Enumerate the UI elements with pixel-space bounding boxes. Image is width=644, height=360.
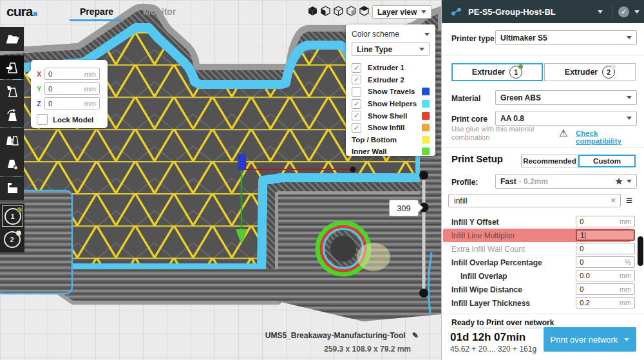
extruder-selector: 1 2: [0, 204, 24, 252]
chevron-down-icon[interactable]: [424, 33, 430, 36]
tab-extruder-2[interactable]: Extruder 2: [544, 63, 636, 81]
chevron-down-icon: [627, 180, 632, 183]
printer-header[interactable]: PE-S5-Group-Host-BL ✓: [442, 0, 644, 23]
clear-search-icon[interactable]: ✕: [611, 196, 616, 205]
tool-rotate-button[interactable]: [0, 104, 24, 128]
infill-overlap-input[interactable]: 0.0 mm: [576, 270, 635, 281]
z-position-row: Z 0 mm: [37, 96, 108, 111]
show-shell-checkbox[interactable]: ✓: [352, 111, 361, 120]
move-tool-icon: [5, 61, 19, 75]
setting-row: Infill Layer Thickness 0.2 mm: [442, 296, 635, 310]
chevron-down-icon: [624, 338, 629, 341]
layer-slider-bottom-handle[interactable]: [419, 289, 428, 298]
tool-mirror-button[interactable]: [0, 128, 24, 152]
color-scheme-title: Color scheme: [352, 30, 399, 39]
custom-mode-button[interactable]: Custom: [578, 155, 636, 167]
material-dot: [611, 64, 616, 69]
setting-row: Infill Wipe Distance 0 mm: [442, 283, 635, 296]
infill-layer-thickness-input[interactable]: 0.2 mm: [576, 297, 635, 308]
show-helpers-checkbox[interactable]: ✓: [352, 99, 361, 109]
extra-infill-wall-count-input[interactable]: 0: [576, 243, 635, 254]
view-mode-solid-icon[interactable]: [308, 6, 317, 16]
printer-name: PE-S5-Group-Host-BL: [468, 7, 556, 17]
color-scheme-panel: Color scheme Line Type ✓ Extruder 1 ✓ Ex…: [346, 24, 435, 156]
printer-select-chevron-icon[interactable]: [598, 10, 603, 14]
extruder1-checkbox[interactable]: ✓: [352, 63, 361, 73]
settings-sidebar: PE-S5-Group-Host-BL ✓ Printer type Ultim…: [441, 0, 644, 360]
shell-color-swatch: [422, 112, 430, 120]
print-core-select[interactable]: AA 0.8: [495, 111, 637, 126]
view-mode-layer-icon[interactable]: [334, 6, 343, 16]
y-axis-label: Y: [37, 85, 44, 93]
print-time-estimate: 01d 12h 07min: [450, 331, 526, 344]
tool-move-button[interactable]: [0, 55, 24, 79]
axis-marker-dot: [350, 167, 356, 173]
extruder-1-material-dot: [17, 207, 22, 213]
z-position-input[interactable]: 0 mm: [44, 97, 100, 109]
tool-scale-button[interactable]: [0, 80, 24, 104]
printer-type-select[interactable]: Ultimaker S5: [495, 30, 637, 45]
tab-monitor[interactable]: Monitor: [143, 6, 176, 17]
model-filename: UMS5_Breakaway-Manufacturing-Tool ✎: [245, 331, 419, 340]
edit-name-icon[interactable]: ✎: [412, 331, 419, 340]
show-travels-checkbox[interactable]: [352, 87, 361, 97]
chevron-down-icon: [627, 117, 632, 120]
show-infill-checkbox[interactable]: ✓: [352, 123, 361, 133]
view-mode-compare-icon[interactable]: [359, 6, 369, 16]
extruder-1-button[interactable]: 1: [2, 205, 23, 227]
x-position-input[interactable]: 0 mm: [44, 68, 100, 80]
panel-pointer: [26, 70, 31, 79]
recommended-mode-button[interactable]: Recommended: [521, 155, 578, 167]
favorite-star-icon[interactable]: ★: [615, 176, 623, 186]
inner-wall-color-swatch: [422, 147, 430, 155]
extruder-2-button[interactable]: 2: [2, 229, 22, 249]
search-input[interactable]: [453, 196, 608, 206]
line-type-select[interactable]: Line Type: [352, 43, 430, 56]
open-file-button[interactable]: [0, 27, 24, 51]
setting-row-highlighted: Infill Line Multiplier 1: [443, 229, 630, 242]
material-select[interactable]: Green ABS: [495, 90, 637, 105]
connection-menu-chevron-icon[interactable]: [634, 10, 639, 14]
view-mode-xray-icon[interactable]: [321, 6, 330, 16]
view-mode-select[interactable]: Layer view: [372, 5, 431, 19]
print-status: Ready to Print over network: [451, 318, 554, 327]
setting-row: Infill Y Offset 0 mm: [442, 215, 635, 229]
extruder-2-material-dot: [16, 231, 21, 236]
tab-extruder-1[interactable]: Extruder 1: [451, 63, 543, 81]
cura-logo: cura: [6, 4, 37, 19]
tool-per-model-settings-button[interactable]: [0, 152, 24, 176]
infill-line-multiplier-input[interactable]: 1: [576, 229, 635, 241]
support-blocker-icon: [5, 181, 19, 195]
glue-note: Use glue with this material combination: [451, 125, 538, 142]
logo-dot: [33, 12, 37, 16]
infill-color-swatch: [422, 124, 430, 131]
infill-y-offset-input[interactable]: 0 mm: [576, 216, 635, 227]
check-compatibility-link[interactable]: Check compatibility: [576, 129, 644, 145]
travels-color-swatch: [422, 88, 430, 95]
layer-number-tooltip: 309: [389, 200, 419, 216]
helpers-color-swatch: [422, 100, 430, 108]
tab-prepare[interactable]: Prepare: [80, 6, 113, 17]
scrollbar-thumb[interactable]: [638, 236, 643, 266]
layer-slider-top-handle[interactable]: [419, 171, 428, 180]
legend-row-top-bottom: Top / Bottom: [352, 134, 430, 146]
chevron-down-icon: [421, 10, 426, 14]
infill-wipe-distance-input[interactable]: 0 mm: [576, 283, 635, 295]
profile-select[interactable]: Fast - 0.2mm ★: [495, 174, 637, 189]
legend-row-extruder2: ✓ Extruder 2: [352, 74, 430, 86]
y-position-input[interactable]: 0 mm: [44, 82, 100, 95]
settings-menu-icon[interactable]: ≡: [626, 194, 632, 207]
material-usage-estimate: 45.62 + 20.... 320 + 161g: [450, 345, 536, 354]
view-mode-wire-icon[interactable]: [346, 6, 356, 16]
settings-search-box[interactable]: ✕: [448, 194, 621, 207]
print-over-network-button[interactable]: Print over network: [544, 327, 636, 352]
legend-row-shell: ✓ Show Shell: [352, 109, 430, 122]
chevron-down-icon: [627, 96, 632, 99]
print-setup-title: Print Setup: [451, 153, 503, 164]
x-position-row: X 0 mm: [37, 66, 108, 81]
infill-overlap-percentage-input[interactable]: 0 %: [576, 256, 635, 268]
connection-status-icon: ✓: [618, 6, 629, 17]
extruder2-checkbox[interactable]: ✓: [352, 75, 361, 84]
tool-support-blocker-button[interactable]: [0, 176, 24, 200]
lock-model-checkbox[interactable]: [37, 114, 48, 125]
